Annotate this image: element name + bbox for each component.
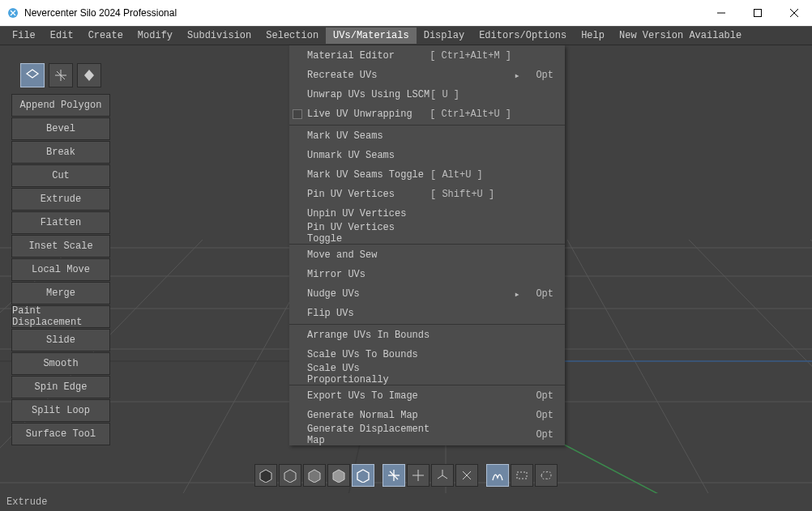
manipulator-2-icon[interactable] [407,464,430,487]
menu-item-label: Unwrap UVs Using LSCM [307,89,430,100]
menu-item-shortcut: [ Alt+U ] [430,169,511,181]
menu-item-export-uvs-to-image[interactable]: Export UVs To ImageOpt [289,386,565,406]
tool-split-loop[interactable]: Split Loop [11,399,110,422]
menu-item-opt[interactable]: Opt [531,410,553,421]
tool-bevel[interactable]: Bevel [11,117,110,140]
menu-item-generate-displacement-map[interactable]: Generate Displacement MapOpt [289,425,565,445]
menu-item-opt[interactable]: Opt [531,390,553,402]
svg-rect-43 [517,472,527,479]
menu-item-label: Material Editor [307,50,395,62]
menu-item-shortcut: [ Ctrl+Alt+U ] [430,109,511,120]
menu-item-unmark-uv-seams[interactable]: Unmark UV Seams [289,146,565,165]
menu-item-label: Mirror UVs [307,269,365,280]
tool-local-move[interactable]: Local Move [11,258,110,281]
menu-subdivision[interactable]: Subdivision [180,28,259,44]
menubar: File Edit Create Modify Subdivision Sele… [0,26,812,45]
menu-item-label: Export UVs To Image [307,390,418,402]
tool-break[interactable]: Break [11,141,110,164]
svg-marker-31 [333,470,344,483]
menu-selection[interactable]: Selection [259,28,326,44]
menu-modify[interactable]: Modify [130,28,180,44]
menu-file[interactable]: File [5,28,43,44]
menu-edit[interactable]: Edit [43,28,81,44]
menu-item-pin-uv-vertices-toggle[interactable]: Pin UV Vertices Toggle [289,224,565,243]
uvs-materials-dropdown: Material Editor[ Ctrl+Alt+M ]Recreate UV… [289,45,565,445]
manipulator-4-icon[interactable] [455,464,478,487]
menu-item-opt[interactable]: Opt [531,70,553,81]
menu-item-material-editor[interactable]: Material Editor[ Ctrl+Alt+M ] [289,46,565,66]
window-close-button[interactable] [776,0,812,26]
svg-marker-29 [284,470,296,483]
menu-item-move-and-sew[interactable]: Move and Sew [289,245,565,265]
menu-item-flip-uvs[interactable]: Flip UVs [289,304,565,323]
submenu-arrow-icon: ▸ [511,288,523,300]
menu-item-label: Arrange UVs In Bounds [307,330,430,341]
menu-item-live-uv-unwrapping[interactable]: Live UV Unwrapping[ Ctrl+Alt+U ] [289,104,565,124]
menu-item-label: Nudge UVs [307,288,360,300]
menu-item-scale-uvs-to-bounds[interactable]: Scale UVs To Bounds [289,345,565,364]
menu-item-generate-normal-map[interactable]: Generate Normal MapOpt [289,406,565,425]
menu-item-recreate-uvs[interactable]: Recreate UVs▸Opt [289,66,565,85]
tool-cut[interactable]: Cut [11,164,110,187]
tool-paint-displacement[interactable]: Paint Displacement [11,305,110,328]
tool-spin-edge[interactable]: Spin Edge [11,376,110,398]
shade-mode-2-icon[interactable] [279,464,301,487]
menu-separator [289,324,565,325]
menu-uvs-materials[interactable]: UVs/Materials [326,28,417,44]
menu-item-label: Pin UV Vertices [307,189,395,200]
svg-marker-27 [84,70,94,81]
shade-mode-3-icon[interactable] [303,464,326,487]
tool-surface-tool[interactable]: Surface Tool [11,423,110,445]
checkbox-icon [293,109,302,119]
menu-item-pin-uv-vertices[interactable]: Pin UV Vertices[ Shift+U ] [289,185,565,204]
menu-item-label: Live UV Unwrapping [307,109,412,120]
menu-item-label: Mark UV Seams [307,130,383,142]
menu-item-opt[interactable]: Opt [531,288,553,300]
window-minimize-button[interactable] [703,0,739,26]
tool-mode-icon-2[interactable] [49,63,73,87]
selection-mode-2-icon[interactable] [511,464,533,487]
menu-new-version[interactable]: New Version Available [612,28,749,44]
selection-mode-3-icon[interactable] [535,464,558,487]
shade-mode-1-icon[interactable] [254,464,277,487]
tool-merge[interactable]: Merge [11,282,110,304]
shade-mode-4-icon[interactable] [327,464,350,487]
manipulator-1-icon[interactable] [382,464,405,487]
menu-item-label: Scale UVs Proportionally [307,363,432,385]
menu-item-unpin-uv-vertices[interactable]: Unpin UV Vertices [289,204,565,224]
menu-item-label: Recreate UVs [307,70,377,81]
selection-mode-1-icon[interactable] [486,464,509,487]
manipulator-3-icon[interactable] [431,464,454,487]
tool-smooth[interactable]: Smooth [11,352,110,375]
menu-item-mark-uv-seams-toggle[interactable]: Mark UV Seams Toggle[ Alt+U ] [289,165,565,185]
menu-create[interactable]: Create [81,28,130,44]
submenu-arrow-icon: ▸ [511,70,523,82]
menu-item-mirror-uvs[interactable]: Mirror UVs [289,265,565,284]
tool-mode-icon-3[interactable] [77,63,101,87]
menu-item-label: Mark UV Seams Toggle [307,169,424,181]
status-text: Extrude [6,496,47,508]
menu-display[interactable]: Display [417,28,472,44]
menu-item-arrange-uvs-in-bounds[interactable]: Arrange UVs In Bounds [289,326,565,345]
menu-item-scale-uvs-proportionally[interactable]: Scale UVs Proportionally [289,364,565,384]
window-maximize-button[interactable] [739,0,776,26]
menu-editors-options[interactable]: Editors/Options [472,28,574,44]
menu-help[interactable]: Help [574,28,612,44]
svg-rect-2 [754,10,761,17]
menu-item-label: Flip UVs [307,308,354,319]
tool-inset-scale[interactable]: Inset Scale [11,235,110,258]
svg-marker-32 [357,470,369,483]
menu-item-unwrap-uvs-using-lscm[interactable]: Unwrap UVs Using LSCM[ U ] [289,85,565,104]
shade-mode-5-icon[interactable] [352,464,374,487]
window-titlebar: Nevercenter Silo 2024 Professional [0,0,812,26]
tool-extrude[interactable]: Extrude [11,188,110,211]
menu-item-label: Generate Normal Map [307,410,418,421]
menu-item-nudge-uvs[interactable]: Nudge UVs▸Opt [289,284,565,304]
menu-item-label: Unpin UV Vertices [307,208,406,219]
tool-flatten[interactable]: Flatten [11,211,110,234]
tool-mode-icon-1[interactable] [20,63,45,87]
tool-slide[interactable]: Slide [11,329,110,351]
menu-item-mark-uv-seams[interactable]: Mark UV Seams [289,126,565,146]
menu-item-opt[interactable]: Opt [531,429,553,441]
tool-append-polygon[interactable]: Append Polygon [11,94,110,117]
